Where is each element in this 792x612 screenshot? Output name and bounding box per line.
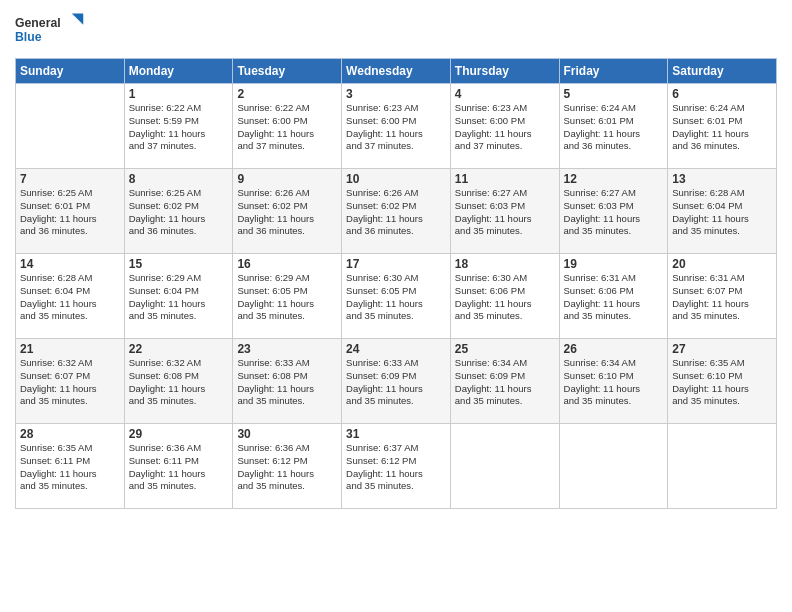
day-info: Sunrise: 6:27 AM Sunset: 6:03 PM Dayligh… [455, 187, 555, 238]
day-number: 5 [564, 87, 664, 101]
day-info: Sunrise: 6:33 AM Sunset: 6:08 PM Dayligh… [237, 357, 337, 408]
calendar-cell: 16Sunrise: 6:29 AM Sunset: 6:05 PM Dayli… [233, 254, 342, 339]
calendar-cell: 11Sunrise: 6:27 AM Sunset: 6:03 PM Dayli… [450, 169, 559, 254]
day-number: 26 [564, 342, 664, 356]
day-info: Sunrise: 6:23 AM Sunset: 6:00 PM Dayligh… [455, 102, 555, 153]
day-number: 21 [20, 342, 120, 356]
day-number: 8 [129, 172, 229, 186]
day-number: 1 [129, 87, 229, 101]
calendar-cell: 21Sunrise: 6:32 AM Sunset: 6:07 PM Dayli… [16, 339, 125, 424]
day-info: Sunrise: 6:32 AM Sunset: 6:08 PM Dayligh… [129, 357, 229, 408]
calendar-cell: 20Sunrise: 6:31 AM Sunset: 6:07 PM Dayli… [668, 254, 777, 339]
calendar-cell: 2Sunrise: 6:22 AM Sunset: 6:00 PM Daylig… [233, 84, 342, 169]
day-info: Sunrise: 6:37 AM Sunset: 6:12 PM Dayligh… [346, 442, 446, 493]
day-info: Sunrise: 6:30 AM Sunset: 6:06 PM Dayligh… [455, 272, 555, 323]
header-cell-thursday: Thursday [450, 59, 559, 84]
day-info: Sunrise: 6:36 AM Sunset: 6:12 PM Dayligh… [237, 442, 337, 493]
calendar-cell: 29Sunrise: 6:36 AM Sunset: 6:11 PM Dayli… [124, 424, 233, 509]
day-info: Sunrise: 6:24 AM Sunset: 6:01 PM Dayligh… [564, 102, 664, 153]
calendar-cell [559, 424, 668, 509]
header-cell-wednesday: Wednesday [342, 59, 451, 84]
day-number: 31 [346, 427, 446, 441]
calendar-cell: 6Sunrise: 6:24 AM Sunset: 6:01 PM Daylig… [668, 84, 777, 169]
day-info: Sunrise: 6:36 AM Sunset: 6:11 PM Dayligh… [129, 442, 229, 493]
calendar-cell: 31Sunrise: 6:37 AM Sunset: 6:12 PM Dayli… [342, 424, 451, 509]
day-info: Sunrise: 6:29 AM Sunset: 6:05 PM Dayligh… [237, 272, 337, 323]
header-cell-friday: Friday [559, 59, 668, 84]
day-number: 9 [237, 172, 337, 186]
day-number: 13 [672, 172, 772, 186]
calendar-week-1: 1Sunrise: 6:22 AM Sunset: 5:59 PM Daylig… [16, 84, 777, 169]
day-number: 18 [455, 257, 555, 271]
calendar-cell: 18Sunrise: 6:30 AM Sunset: 6:06 PM Dayli… [450, 254, 559, 339]
calendar-cell: 19Sunrise: 6:31 AM Sunset: 6:06 PM Dayli… [559, 254, 668, 339]
day-info: Sunrise: 6:34 AM Sunset: 6:09 PM Dayligh… [455, 357, 555, 408]
header: General Blue [15, 10, 777, 50]
calendar-cell: 7Sunrise: 6:25 AM Sunset: 6:01 PM Daylig… [16, 169, 125, 254]
day-number: 24 [346, 342, 446, 356]
calendar-cell: 30Sunrise: 6:36 AM Sunset: 6:12 PM Dayli… [233, 424, 342, 509]
calendar-week-4: 21Sunrise: 6:32 AM Sunset: 6:07 PM Dayli… [16, 339, 777, 424]
logo: General Blue [15, 10, 85, 50]
day-info: Sunrise: 6:30 AM Sunset: 6:05 PM Dayligh… [346, 272, 446, 323]
day-info: Sunrise: 6:35 AM Sunset: 6:10 PM Dayligh… [672, 357, 772, 408]
calendar-week-2: 7Sunrise: 6:25 AM Sunset: 6:01 PM Daylig… [16, 169, 777, 254]
calendar-cell: 23Sunrise: 6:33 AM Sunset: 6:08 PM Dayli… [233, 339, 342, 424]
day-number: 19 [564, 257, 664, 271]
day-info: Sunrise: 6:28 AM Sunset: 6:04 PM Dayligh… [20, 272, 120, 323]
day-info: Sunrise: 6:32 AM Sunset: 6:07 PM Dayligh… [20, 357, 120, 408]
day-number: 20 [672, 257, 772, 271]
calendar-cell: 4Sunrise: 6:23 AM Sunset: 6:00 PM Daylig… [450, 84, 559, 169]
day-info: Sunrise: 6:35 AM Sunset: 6:11 PM Dayligh… [20, 442, 120, 493]
calendar-cell: 24Sunrise: 6:33 AM Sunset: 6:09 PM Dayli… [342, 339, 451, 424]
header-cell-tuesday: Tuesday [233, 59, 342, 84]
day-info: Sunrise: 6:34 AM Sunset: 6:10 PM Dayligh… [564, 357, 664, 408]
day-number: 10 [346, 172, 446, 186]
day-info: Sunrise: 6:28 AM Sunset: 6:04 PM Dayligh… [672, 187, 772, 238]
day-info: Sunrise: 6:24 AM Sunset: 6:01 PM Dayligh… [672, 102, 772, 153]
calendar-header: SundayMondayTuesdayWednesdayThursdayFrid… [16, 59, 777, 84]
calendar-cell: 13Sunrise: 6:28 AM Sunset: 6:04 PM Dayli… [668, 169, 777, 254]
header-cell-monday: Monday [124, 59, 233, 84]
svg-text:Blue: Blue [15, 30, 42, 44]
day-number: 15 [129, 257, 229, 271]
day-info: Sunrise: 6:26 AM Sunset: 6:02 PM Dayligh… [346, 187, 446, 238]
calendar-cell: 17Sunrise: 6:30 AM Sunset: 6:05 PM Dayli… [342, 254, 451, 339]
calendar-cell: 27Sunrise: 6:35 AM Sunset: 6:10 PM Dayli… [668, 339, 777, 424]
svg-text:General: General [15, 16, 61, 30]
header-cell-sunday: Sunday [16, 59, 125, 84]
day-number: 29 [129, 427, 229, 441]
calendar-body: 1Sunrise: 6:22 AM Sunset: 5:59 PM Daylig… [16, 84, 777, 509]
day-info: Sunrise: 6:22 AM Sunset: 5:59 PM Dayligh… [129, 102, 229, 153]
logo-svg: General Blue [15, 10, 85, 50]
day-info: Sunrise: 6:31 AM Sunset: 6:07 PM Dayligh… [672, 272, 772, 323]
day-number: 6 [672, 87, 772, 101]
calendar-cell: 14Sunrise: 6:28 AM Sunset: 6:04 PM Dayli… [16, 254, 125, 339]
day-info: Sunrise: 6:25 AM Sunset: 6:01 PM Dayligh… [20, 187, 120, 238]
day-info: Sunrise: 6:26 AM Sunset: 6:02 PM Dayligh… [237, 187, 337, 238]
day-number: 28 [20, 427, 120, 441]
calendar-cell: 15Sunrise: 6:29 AM Sunset: 6:04 PM Dayli… [124, 254, 233, 339]
calendar-table: SundayMondayTuesdayWednesdayThursdayFrid… [15, 58, 777, 509]
day-number: 27 [672, 342, 772, 356]
calendar-cell [16, 84, 125, 169]
day-info: Sunrise: 6:25 AM Sunset: 6:02 PM Dayligh… [129, 187, 229, 238]
calendar-cell: 8Sunrise: 6:25 AM Sunset: 6:02 PM Daylig… [124, 169, 233, 254]
day-number: 14 [20, 257, 120, 271]
day-number: 3 [346, 87, 446, 101]
svg-marker-2 [72, 13, 83, 24]
day-number: 16 [237, 257, 337, 271]
day-number: 7 [20, 172, 120, 186]
day-number: 23 [237, 342, 337, 356]
calendar-cell: 1Sunrise: 6:22 AM Sunset: 5:59 PM Daylig… [124, 84, 233, 169]
day-info: Sunrise: 6:31 AM Sunset: 6:06 PM Dayligh… [564, 272, 664, 323]
calendar-cell: 10Sunrise: 6:26 AM Sunset: 6:02 PM Dayli… [342, 169, 451, 254]
calendar-cell: 26Sunrise: 6:34 AM Sunset: 6:10 PM Dayli… [559, 339, 668, 424]
day-info: Sunrise: 6:22 AM Sunset: 6:00 PM Dayligh… [237, 102, 337, 153]
day-number: 2 [237, 87, 337, 101]
day-info: Sunrise: 6:33 AM Sunset: 6:09 PM Dayligh… [346, 357, 446, 408]
day-info: Sunrise: 6:29 AM Sunset: 6:04 PM Dayligh… [129, 272, 229, 323]
day-number: 11 [455, 172, 555, 186]
day-number: 4 [455, 87, 555, 101]
day-info: Sunrise: 6:27 AM Sunset: 6:03 PM Dayligh… [564, 187, 664, 238]
